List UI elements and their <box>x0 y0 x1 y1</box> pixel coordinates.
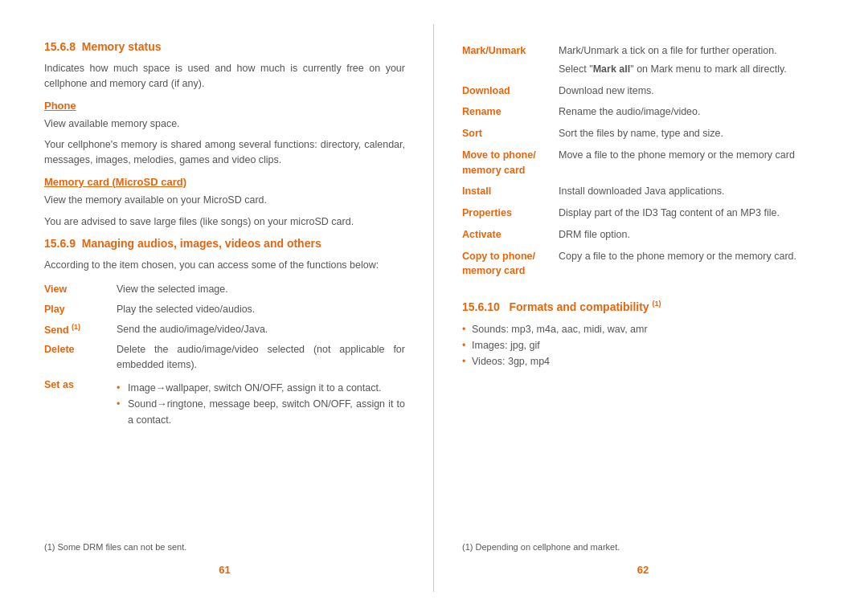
term-view-desc: View the selected image. <box>117 279 405 300</box>
compat-bullet-sounds: Sounds: mp3, m4a, aac, midi, wav, amr <box>462 321 824 337</box>
term-move-desc: Move a file to the phone memory or the m… <box>559 145 824 182</box>
right-page-number: 62 <box>462 564 824 576</box>
term-move: Move to phone/memory card Move a file to… <box>462 145 824 182</box>
right-footnote: (1) Depending on cellphone and market. <box>462 542 620 552</box>
phone-desc1: View available memory space. <box>44 116 405 132</box>
term-send-desc: Send the audio/image/video/Java. <box>117 320 405 341</box>
section-6810-title: 15.6.10 Formats and compatibility (1) <box>462 300 824 313</box>
term-properties-desc: Display part of the ID3 Tag content of a… <box>559 202 824 224</box>
term-copy-label: Copy to phone/memory card <box>462 246 559 283</box>
phone-label: Phone <box>44 100 405 112</box>
term-rename-desc: Rename the audio/image/video. <box>559 101 824 123</box>
term-delete-label: Delete <box>44 340 117 375</box>
compat-bullet-images: Images: jpg, gif <box>462 337 824 353</box>
term-install-label: Install <box>462 181 559 202</box>
term-play-desc: Play the selected video/audios. <box>117 300 405 320</box>
term-delete: Delete Delete the audio/image/video sele… <box>44 340 405 375</box>
term-delete-desc: Delete the audio/image/video selected (n… <box>117 340 405 375</box>
terms-table: View View the selected image. Play Play … <box>44 279 405 430</box>
right-page: Mark/Unmark Mark/Unmark a tick on a file… <box>434 24 868 592</box>
term-install-desc: Install downloaded Java applications. <box>559 181 824 202</box>
left-footer: (1) Some DRM files can not be sent. <box>44 542 405 552</box>
term-setas-label: Set as <box>44 375 117 430</box>
term-activate-desc: DRM file option. <box>559 224 824 246</box>
term-copy-desc: Copy a file to the phone memory or the m… <box>559 246 824 283</box>
term-play-label: Play <box>44 300 117 320</box>
page-container: 15.6.8 Memory status Indicates how much … <box>0 0 868 616</box>
term-mark-unmark-desc: Mark/Unmark a tick on a file for further… <box>559 40 824 80</box>
term-download-desc: Download new items. <box>559 80 824 102</box>
term-send: Send (1) Send the audio/image/video/Java… <box>44 320 405 341</box>
memory-card-desc1: View the memory available on your MicroS… <box>44 193 405 208</box>
term-setas: Set as Image→wallpaper, switch ON/OFF, a… <box>44 375 405 430</box>
term-mark-unmark: Mark/Unmark Mark/Unmark a tick on a file… <box>462 40 824 80</box>
setas-bullet-2: Sound→ringtone, message beep, switch ON/… <box>117 396 405 428</box>
right-footer: (1) Depending on cellphone and market. <box>462 542 824 552</box>
section-6810-bullets: Sounds: mp3, m4a, aac, midi, wav, amr Im… <box>462 321 824 369</box>
term-sort: Sort Sort the files by name, type and si… <box>462 123 824 145</box>
section-689-title: 15.6.9 Managing audios, images, videos a… <box>44 237 405 250</box>
term-activate-label: Activate <box>462 224 559 246</box>
memory-card-label: Memory card (MicroSD card) <box>44 176 405 188</box>
term-sort-desc: Sort the files by name, type and size. <box>559 123 824 145</box>
term-sort-label: Sort <box>462 123 559 145</box>
section-688-intro: Indicates how much space is used and how… <box>44 61 405 92</box>
left-footnote: (1) Some DRM files can not be sent. <box>44 542 186 552</box>
setas-bullet-1: Image→wallpaper, switch ON/OFF, assign i… <box>117 380 405 396</box>
term-view: View View the selected image. <box>44 279 405 300</box>
term-copy: Copy to phone/memory card Copy a file to… <box>462 246 824 283</box>
term-rename: Rename Rename the audio/image/video. <box>462 101 824 123</box>
term-mark-unmark-label: Mark/Unmark <box>462 40 559 80</box>
left-page-number: 61 <box>44 564 405 576</box>
term-properties-label: Properties <box>462 202 559 224</box>
term-activate: Activate DRM file option. <box>462 224 824 246</box>
section-689-intro: According to the item chosen, you can ac… <box>44 258 405 273</box>
phone-desc2: Your cellphone's memory is shared among … <box>44 137 405 168</box>
right-terms-table: Mark/Unmark Mark/Unmark a tick on a file… <box>462 40 824 282</box>
memory-card-desc2: You are advised to save large files (lik… <box>44 214 405 230</box>
left-page: 15.6.8 Memory status Indicates how much … <box>0 24 434 592</box>
section-688-title: 15.6.8 Memory status <box>44 40 405 53</box>
compat-bullet-videos: Videos: 3gp, mp4 <box>462 353 824 369</box>
term-rename-label: Rename <box>462 101 559 123</box>
term-properties: Properties Display part of the ID3 Tag c… <box>462 202 824 224</box>
term-move-label: Move to phone/memory card <box>462 145 559 182</box>
term-download-label: Download <box>462 80 559 102</box>
term-download: Download Download new items. <box>462 80 824 102</box>
term-send-label: Send (1) <box>44 320 117 341</box>
term-install: Install Install downloaded Java applicat… <box>462 181 824 202</box>
term-setas-desc: Image→wallpaper, switch ON/OFF, assign i… <box>117 375 405 430</box>
term-play: Play Play the selected video/audios. <box>44 300 405 320</box>
term-view-label: View <box>44 279 117 300</box>
